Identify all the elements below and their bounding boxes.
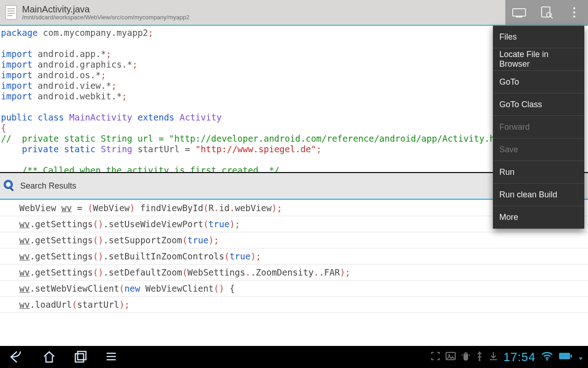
recent-apps-button[interactable] [74,350,87,364]
svg-rect-32 [571,355,572,357]
t: ( [203,203,208,213]
back-button[interactable] [9,350,25,364]
menu-item-files[interactable]: Files [493,26,584,48]
t: () [93,235,103,245]
overflow-menu-button[interactable] [560,0,588,25]
menu-item-label: GoTo [499,77,519,87]
fullscreen-icon [431,351,440,362]
menu-item-locate-file[interactable]: Locate File in Browser [493,48,584,71]
svg-rect-7 [542,7,550,17]
menu-button[interactable] [105,350,118,364]
kw-static: static [64,144,96,154]
svg-point-27 [479,359,481,361]
toggle-keyboard-button[interactable] [505,0,533,25]
svg-point-25 [464,353,465,354]
t: () [93,219,103,229]
t: ; [256,251,261,261]
t: .setUseWideViewPort [103,219,203,229]
t: { [224,283,235,293]
t: R [209,203,214,213]
svg-line-23 [462,355,463,356]
t: = [72,203,87,213]
search-result-row[interactable]: wv.getSettings().setBuiltInZoomControls(… [0,248,588,264]
menu-item-goto[interactable]: GoTo [493,71,584,93]
t: .FAR [319,267,340,277]
t: .setWebViewClient [30,283,119,293]
search-result-row[interactable]: wv.getSettings().setDefaultZoom(WebSetti… [0,264,588,281]
t: ( [182,267,187,277]
menu-item-label: Forward [499,122,530,132]
svg-line-9 [551,17,553,18]
import-line: android.os.* [33,70,101,80]
kw-extends: extends [137,112,174,122]
punc: ; [101,70,106,80]
t: id [219,203,230,213]
t: ( [182,235,187,245]
t: ) [130,203,135,213]
import-line: android.webkit.* [33,91,122,101]
t: ( [224,251,229,261]
t: ( [72,299,77,310]
t: .loadUrl [30,299,72,310]
kw-import: import [1,80,33,91]
svg-rect-5 [513,9,526,16]
t: startUrl [77,299,119,310]
kw-private: private [22,144,59,154]
t: () [214,283,224,293]
home-button[interactable] [42,350,56,364]
t: .getSettings [30,235,93,245]
class-name: MainActivity [69,112,132,122]
t: . [214,203,219,213]
t: ( [119,283,124,293]
search-result-row[interactable]: wv.getSettings().setSupportZoom(true); [0,232,588,248]
t: ; [345,267,350,277]
menu-item-more[interactable]: More [493,206,584,229]
t: .getSettings [30,267,93,277]
t: wv [19,235,30,245]
import-line: android.app.* [33,49,106,59]
string-literal: "http://www.spiegel.de" [195,144,316,154]
t: wv [19,299,30,310]
menu-item-forward: Forward [493,116,584,138]
system-navbar: 17:54 [0,346,588,368]
t: ( [203,219,208,229]
t: true [187,235,209,245]
t: wv [19,283,30,293]
kw-import: import [1,91,33,101]
kw-import: import [1,59,33,69]
t: wv [19,267,30,277]
expand-icon[interactable] [578,351,583,363]
type-string: String [101,144,132,154]
search-results-label: Search Results [20,181,76,191]
menu-item-run-clean-build[interactable]: Run clean Build [493,184,584,206]
menu-item-goto-class[interactable]: GoTo Class [493,93,584,116]
search-result-row[interactable]: wv.setWebViewClient(new WebViewClient() … [0,281,588,297]
punc: ; [132,59,137,69]
t: .setDefaultZoom [103,267,182,277]
punc: ; [316,144,321,154]
appbar: MainActivity.java /mnt/sdcard/workspace/… [0,0,588,25]
t: wv [62,203,72,213]
menu-item-save: Save [493,138,584,161]
t: ) [230,219,235,229]
t: wv [19,251,30,261]
svg-point-30 [546,359,548,361]
t: ) [209,235,214,245]
search-button[interactable] [533,0,560,25]
search-result-row[interactable]: wv.loadUrl(startUrl); [0,297,588,313]
menu-item-run[interactable]: Run [493,161,584,184]
overflow-menu: Files Locate File in Browser GoTo GoTo C… [493,26,584,229]
t: true [209,219,230,229]
pkg-name: com.mycompany.myapp2 [38,28,148,38]
wifi-icon [541,351,553,363]
comment: // private static String url = "http://d… [1,133,511,144]
menu-item-label: Run [499,167,514,177]
svg-rect-6 [516,16,522,17]
kw-import: import [1,70,33,80]
t: ; [235,219,240,229]
t: ) [340,267,345,277]
clock[interactable]: 17:54 [503,350,536,364]
svg-point-22 [448,354,450,356]
var: startUrl = [132,144,195,154]
file-title: MainActivity.java [22,4,189,14]
